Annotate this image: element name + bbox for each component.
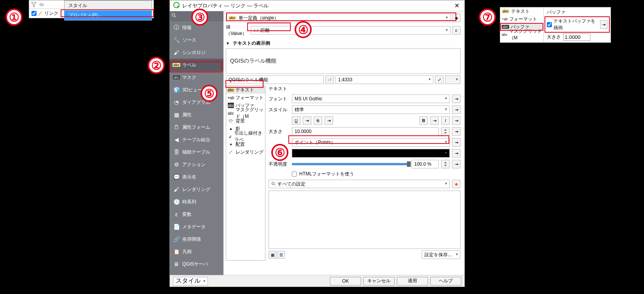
s-override-button[interactable]: ⇥ xyxy=(325,116,333,125)
bold-button[interactable]: B xyxy=(419,116,428,125)
settings-preview-box xyxy=(269,191,461,249)
opacity-label: 不透明度 xyxy=(269,161,290,168)
reset-sample-button[interactable]: ↺ xyxy=(325,75,334,84)
p7-item-mask[interactable]: abcマスクグリッド（M xyxy=(500,31,543,38)
map-scale-button[interactable]: ⤢ xyxy=(435,75,443,84)
opacity-value-input[interactable]: 100.0 % xyxy=(412,160,439,168)
sidebar-item-legend[interactable]: 📋凡例 xyxy=(170,245,223,258)
all-settings-dropdown[interactable]: すべての設定 xyxy=(269,180,450,188)
mask-icon: abc xyxy=(502,33,508,37)
sidebar-item-rendering[interactable]: 🖌レンダリング xyxy=(170,183,223,196)
expression-button[interactable]: ε xyxy=(452,26,461,35)
html-format-checkbox[interactable] xyxy=(292,172,297,177)
p7-item-text[interactable]: abcテキスト xyxy=(500,7,543,15)
symbols-button[interactable]: ◆ xyxy=(452,180,461,188)
doc-icon: 📄 xyxy=(173,223,180,230)
style-item-format[interactable]: +abフォーマット xyxy=(226,94,265,102)
buffer-panel-snippet: abcテキスト +abフォーマット abcバッファ abcマスクグリッド（M バ… xyxy=(500,7,611,43)
sidebar-item-server[interactable]: 🖥QGISサーバ xyxy=(170,258,223,270)
property-sidebar: ⓘ情報 🔧ソース 🖌シンボロジ abcラベル abcマスク 🧊3Dビュー ◔ダイ… xyxy=(170,11,223,275)
sidebar-item-symbology[interactable]: 🖌シンボロジ xyxy=(170,46,223,59)
badge-3: ③ xyxy=(191,9,208,26)
sidebar-item-form[interactable]: 🗒属性フォーム xyxy=(170,121,223,133)
b-override-button[interactable]: ⇥ xyxy=(430,116,439,125)
opacity-stepper[interactable] xyxy=(441,160,450,168)
sidebar-item-temporal[interactable]: 🕓時系列 xyxy=(170,196,223,208)
opacity-slider[interactable] xyxy=(292,163,409,165)
pie-icon: ◔ xyxy=(173,99,180,106)
p7-item-format[interactable]: +abフォーマット xyxy=(500,15,543,23)
sidebar-item-variables[interactable]: ε変数 xyxy=(170,208,223,220)
wrench-icon: 🔧 xyxy=(173,37,180,44)
font-dropdown[interactable]: MS UI Gothic xyxy=(292,94,450,103)
strike-button[interactable]: S xyxy=(314,116,322,125)
text-settings-pane: テキスト フォント MS UI Gothic ⇥ スタイル 標準 ⇥ U xyxy=(266,86,461,261)
style-item-callout[interactable]: ↲引出し線付きラベ xyxy=(226,133,265,140)
visibility-icon[interactable] xyxy=(38,2,45,8)
i-override-button[interactable]: ⇥ xyxy=(452,116,461,125)
view-list-button[interactable]: ☰ xyxy=(277,251,285,259)
badge-4: ④ xyxy=(295,21,312,38)
view-grid-button[interactable]: ▦ xyxy=(269,251,276,259)
sidebar-item-source[interactable]: 🔧ソース xyxy=(170,34,223,46)
sidebar-item-mask[interactable]: abcマスク xyxy=(170,71,223,84)
ok-button[interactable]: OK xyxy=(330,277,361,285)
draw-buffer-checkbox[interactable] xyxy=(547,22,552,27)
highlight-box-4 xyxy=(247,23,291,31)
badge-5: ⑤ xyxy=(201,85,218,102)
buffer-override-button[interactable]: ⇥ xyxy=(600,20,608,29)
sidebar-item-deps[interactable]: 🔗依存関係 xyxy=(170,233,223,245)
size-spinner[interactable]: 10.0000 xyxy=(292,127,439,136)
sidebar-item-display[interactable]: 💬表示名 xyxy=(170,171,223,183)
legend-icon: 📋 xyxy=(173,248,180,255)
highlight-box-6 xyxy=(288,135,449,144)
filter-icon[interactable] xyxy=(31,2,37,8)
dialog-title: レイヤプロパティ — リンク — ラベル xyxy=(182,2,452,9)
svg-point-3 xyxy=(172,14,175,16)
format-icon: +ab xyxy=(228,95,234,100)
collapse-icon[interactable]: ▼ xyxy=(226,41,230,46)
underline-button[interactable]: U xyxy=(292,116,300,125)
format-icon: +ab xyxy=(502,17,508,21)
italic-button[interactable]: I xyxy=(441,116,450,125)
layer-name: リンク xyxy=(44,10,58,17)
cancel-button[interactable]: キャンセル xyxy=(363,277,394,285)
scale-dropdown[interactable]: 1:4333 xyxy=(335,75,433,84)
badge-6: ⑥ xyxy=(271,144,288,161)
unit-override-button[interactable]: ⇥ xyxy=(452,138,461,147)
highlight-box-5 xyxy=(225,80,264,88)
sidebar-item-actions[interactable]: ⚙アクション xyxy=(170,158,223,171)
help-button[interactable]: ヘルプ xyxy=(430,277,461,285)
save-settings-dropdown[interactable]: 設定を保存... xyxy=(422,250,461,259)
style-item-rendering[interactable]: ／レンダリング xyxy=(226,148,265,156)
layer-visibility-checkbox[interactable] xyxy=(31,11,37,16)
preview-bg-dropdown[interactable] xyxy=(445,75,461,84)
preview-heading: テキストの表示例 xyxy=(233,40,270,47)
sidebar-item-fields[interactable]: ▦属性 xyxy=(170,108,223,121)
cube-icon: 🧊 xyxy=(173,86,180,93)
paint-icon: 🖌 xyxy=(173,186,180,193)
svg-rect-2 xyxy=(177,6,179,7)
size-override-button[interactable]: ⇥ xyxy=(452,127,461,136)
style-item-maskgrid[interactable]: abcマスクグリッド（M xyxy=(226,109,265,117)
buffer-size-input[interactable] xyxy=(563,33,590,41)
apply-button[interactable]: 適用 xyxy=(397,277,428,285)
sidebar-item-auxtable[interactable]: 🗄補助テーブル xyxy=(170,146,223,158)
color-override-button[interactable]: ⇥ xyxy=(452,149,461,158)
font-override-button[interactable]: ⇥ xyxy=(452,94,461,103)
badge-7: ⑦ xyxy=(479,9,496,26)
close-icon[interactable]: ✕ xyxy=(452,2,461,9)
opacity-override-button[interactable]: ⇥ xyxy=(452,160,461,168)
style-menu-button[interactable]: スタイル xyxy=(173,277,208,285)
draw-buffer-label: テキストバッファを描画 xyxy=(553,18,599,31)
fontstyle-dropdown[interactable]: 標準 xyxy=(292,105,450,114)
sidebar-item-metadata[interactable]: 📄メタデータ xyxy=(170,220,223,233)
size-stepper[interactable] xyxy=(441,127,450,136)
style-override-button[interactable]: ⇥ xyxy=(452,105,461,114)
u-override-button[interactable]: ⇥ xyxy=(303,116,311,125)
text-color-picker[interactable] xyxy=(292,149,450,158)
highlight-box-3 xyxy=(226,12,456,21)
server-icon: 🖥 xyxy=(173,261,180,268)
link-icon: 🔗 xyxy=(173,236,180,243)
sidebar-item-joins[interactable]: ◀テーブル結合 xyxy=(170,133,223,146)
